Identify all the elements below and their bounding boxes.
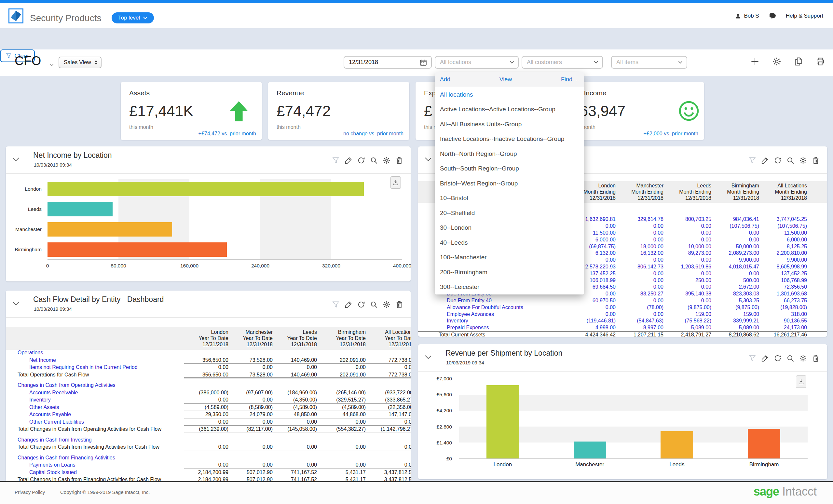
balance-cell[interactable]: (119,446.81)	[568, 318, 616, 324]
balance-cell[interactable]: 8,125.25	[759, 244, 807, 249]
balance-cell[interactable]: 250.00	[664, 278, 711, 283]
settings-gear-icon[interactable]	[772, 56, 782, 66]
balance-cell[interactable]: 0.00	[664, 298, 711, 304]
settings-gear-icon[interactable]	[799, 354, 807, 362]
delete-trash-icon[interactable]	[395, 156, 404, 165]
balance-cell[interactable]: 8,997.00	[616, 325, 664, 331]
balance-cell[interactable]: 823,303.03	[711, 291, 759, 297]
balance-cell[interactable]: 2,672.00	[711, 284, 759, 290]
balance-cell[interactable]: (75,568.22)	[664, 318, 711, 324]
balance-cell[interactable]: 83,250.27	[616, 291, 664, 297]
bar-manchester[interactable]	[574, 441, 606, 459]
cash-flow-row-link[interactable]: Other Current Liabilities	[6, 419, 184, 425]
balance-cell[interactable]: 0.00	[616, 278, 664, 283]
dropdown-add-link[interactable]: Add	[440, 76, 450, 83]
balance-cell[interactable]: 8,605,998.99	[759, 264, 807, 270]
balance-cell[interactable]: 0.00	[664, 257, 711, 263]
balance-cell[interactable]: 106,768.99	[759, 278, 807, 283]
location-option[interactable]: All locations	[435, 87, 584, 102]
balance-cell[interactable]: 0.00	[664, 223, 711, 229]
bar-leeds[interactable]	[48, 202, 113, 216]
help-support-link[interactable]: Help & Support	[786, 13, 823, 19]
balance-cell[interactable]: 5,089.00	[711, 325, 759, 331]
cash-flow-row-link[interactable]: Accounts Receivable	[6, 390, 184, 395]
location-option[interactable]: North--North Region--Group	[435, 146, 584, 161]
refresh-icon[interactable]	[774, 354, 782, 362]
balance-row-link[interactable]: Prepaid Expenses	[418, 325, 568, 331]
date-filter-input[interactable]: 12/31/2018	[343, 56, 432, 69]
collapse-chevron-icon[interactable]	[425, 157, 432, 163]
bar-london[interactable]	[486, 385, 519, 458]
cash-flow-row-link[interactable]: Net Income	[6, 357, 184, 363]
location-option[interactable]: South--South Region--Group	[435, 161, 584, 176]
location-option[interactable]: All--All Business Units--Group	[435, 117, 584, 132]
balance-row-link[interactable]: Employee Advances	[418, 311, 568, 317]
zoom-search-icon[interactable]	[786, 354, 794, 362]
balance-cell[interactable]: 0.00	[664, 237, 711, 243]
dropdown-view-link[interactable]: View	[499, 76, 512, 83]
kpi-card-net-income[interactable]: Net Income £63,947 this month +£2,000 vs…	[563, 82, 704, 140]
balance-cell[interactable]: 0.00	[616, 271, 664, 277]
balance-cell[interactable]: 0.00	[664, 271, 711, 277]
balance-row-link[interactable]: Inventory	[418, 318, 568, 324]
bar-london[interactable]	[48, 182, 364, 196]
location-option[interactable]: Inactive Locations--Inactive Locations--…	[435, 132, 584, 147]
add-component-icon[interactable]	[750, 56, 760, 66]
balance-row-link[interactable]: Allowance For Doubtful Accounts	[418, 305, 568, 310]
balance-cell[interactable]: (9,875.00)	[711, 305, 759, 310]
balance-cell[interactable]: 5,303.25	[711, 298, 759, 304]
balance-cell[interactable]: 4,018,015.47	[711, 264, 759, 270]
balance-cell[interactable]: 72,356.50	[759, 284, 807, 290]
balance-cell[interactable]: 0.00	[711, 230, 759, 236]
balance-cell[interactable]: 90,136.55	[759, 318, 807, 324]
balance-cell[interactable]: 11,500.00	[759, 230, 807, 236]
balance-cell[interactable]: 318.00	[759, 311, 807, 317]
bar-manchester[interactable]	[48, 222, 172, 237]
balance-cell[interactable]: 339,999.21	[711, 318, 759, 324]
balance-row-link[interactable]: Due From Entity 40	[418, 298, 568, 304]
balance-cell[interactable]: 0.00	[664, 284, 711, 290]
balance-cell[interactable]: 0.00	[568, 311, 616, 317]
filter-funnel-icon[interactable]	[332, 156, 340, 165]
balance-cell[interactable]: (9,875.00)	[664, 305, 711, 310]
item-filter-select[interactable]: All items	[611, 56, 687, 69]
balance-cell[interactable]: 2,089,273.00	[711, 250, 759, 256]
balance-cell[interactable]: 1,301,693.68	[759, 291, 807, 297]
balance-cell[interactable]: 5,089.00	[664, 325, 711, 331]
privacy-policy-link[interactable]: Privacy Policy	[15, 489, 45, 495]
duplicate-copy-icon[interactable]	[794, 56, 803, 66]
location-option[interactable]: 30--London	[435, 221, 584, 236]
balance-cell[interactable]: 0.00	[616, 311, 664, 317]
print-icon[interactable]	[815, 56, 825, 66]
edit-pencil-icon[interactable]	[761, 354, 769, 362]
balance-cell[interactable]: 0.00	[711, 237, 759, 243]
balance-cell[interactable]: (54,847.63)	[616, 318, 664, 324]
title-menu-button[interactable]	[49, 62, 54, 68]
filter-funnel-icon[interactable]	[748, 156, 757, 165]
balance-cell[interactable]: 800,703.25	[664, 216, 711, 222]
balance-cell[interactable]: 9,900.00	[711, 257, 759, 263]
balance-cell[interactable]: (19,828.00)	[759, 305, 807, 310]
balance-cell[interactable]: 0.00	[616, 237, 664, 243]
settings-gear-icon[interactable]	[382, 300, 391, 309]
balance-cell[interactable]: 6,000.00	[759, 237, 807, 243]
balance-cell[interactable]: 18,000.00	[616, 244, 664, 249]
delete-trash-icon[interactable]	[811, 156, 820, 165]
balance-cell[interactable]: 4,998.00	[568, 325, 616, 331]
kpi-card-revenue[interactable]: Revenue £74,472 this month no change vs.…	[268, 82, 409, 140]
location-option[interactable]: 300--Leicester	[435, 280, 584, 295]
location-option[interactable]: 10--Bristol	[435, 191, 584, 206]
balance-cell[interactable]: 9,900.00	[759, 257, 807, 263]
cash-flow-row-link[interactable]: Items not Requiring Cash in the Current …	[6, 364, 184, 370]
zoom-search-icon[interactable]	[786, 156, 794, 165]
cash-flow-row-link[interactable]: Payments on Loans	[6, 462, 184, 468]
balance-cell[interactable]: 329,614.78	[616, 216, 664, 222]
location-option[interactable]: Bristol--West Region--Group	[435, 176, 584, 191]
balance-cell[interactable]: 66,273.75	[759, 298, 807, 304]
balance-cell[interactable]: 159.00	[711, 311, 759, 317]
location-option[interactable]: 40--Leeds	[435, 235, 584, 250]
filter-funnel-icon[interactable]	[332, 300, 340, 309]
balance-cell[interactable]: 0.00	[616, 298, 664, 304]
cash-flow-row-link[interactable]: Inventory	[6, 397, 184, 403]
dropdown-find-link[interactable]: Find ...	[561, 76, 579, 83]
